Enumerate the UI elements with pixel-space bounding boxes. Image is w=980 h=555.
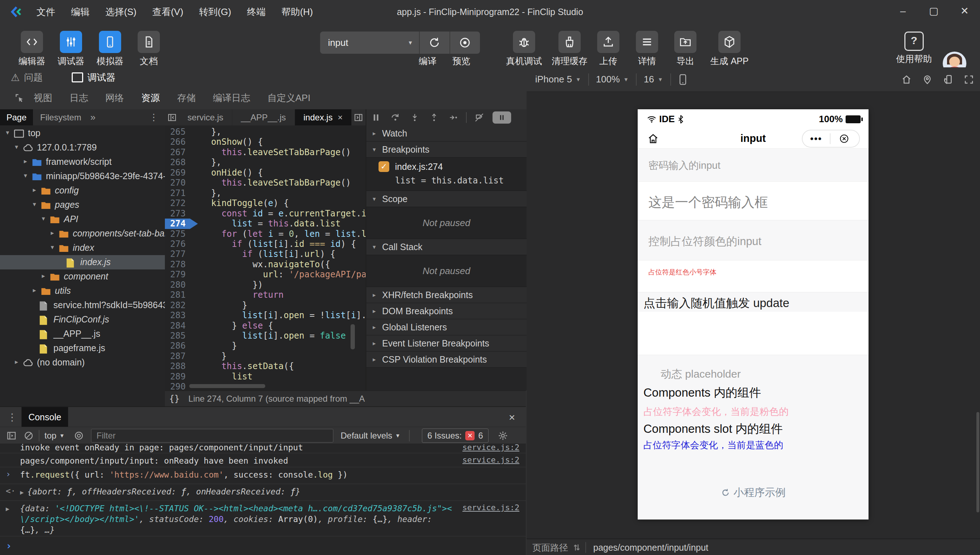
zoom-select[interactable]: 100%▼ bbox=[593, 74, 632, 85]
line-number[interactable]: 284 bbox=[165, 321, 186, 331]
line-number[interactable]: 281 bbox=[165, 290, 186, 300]
issues-chip[interactable]: 6 Issues: ✕ 6 bbox=[422, 428, 488, 443]
home-icon[interactable] bbox=[901, 74, 912, 85]
context-selector[interactable]: top bbox=[45, 431, 56, 441]
menu-item-转到(G)[interactable]: 转到(G) bbox=[191, 0, 239, 24]
subtab-存储[interactable]: 存储 bbox=[169, 92, 204, 104]
minimize-button[interactable]: – bbox=[887, 0, 918, 24]
step-over-icon[interactable] bbox=[386, 112, 405, 122]
panel-left-icon[interactable] bbox=[165, 109, 179, 125]
phone-simulator[interactable]: IDE 100% input ••• bbox=[638, 109, 869, 519]
tree-item-FinClipConf.js[interactable]: FinClipConf.js bbox=[0, 313, 165, 327]
menu-item-帮助(H)[interactable]: 帮助(H) bbox=[273, 0, 321, 24]
subtab-资源[interactable]: 资源 bbox=[133, 92, 169, 104]
line-number[interactable]: 268 bbox=[165, 157, 186, 167]
line-number[interactable]: 279 bbox=[165, 269, 186, 279]
deactivate-breakpoints-icon[interactable] bbox=[469, 112, 489, 122]
section-Watch[interactable]: ▸Watch bbox=[366, 125, 527, 141]
editor-tab-index.js[interactable]: index.js× bbox=[295, 109, 352, 125]
tree-item-pages[interactable]: ▾pages bbox=[0, 198, 165, 212]
expand-arrow-icon[interactable]: ▶ bbox=[6, 505, 9, 512]
source-link[interactable]: service.js:2 bbox=[463, 444, 519, 452]
console-messages[interactable]: invoke event onReady in page: pages/comp… bbox=[0, 444, 526, 555]
line-number[interactable]: 286 bbox=[165, 341, 186, 351]
line-number[interactable]: 287 bbox=[165, 351, 186, 361]
console-prompt-icon[interactable]: › bbox=[6, 540, 12, 552]
filter-input[interactable]: Filter bbox=[91, 429, 333, 443]
subtab-自定义API[interactable]: 自定义API bbox=[259, 92, 319, 104]
tab-problems[interactable]: ⚠ 问题 bbox=[11, 67, 43, 87]
section-CSP Violation Breakpoints[interactable]: ▸CSP Violation Breakpoints bbox=[366, 351, 527, 367]
section-DOM Breakpoints[interactable]: ▸DOM Breakpoints bbox=[366, 303, 527, 319]
line-number[interactable]: 288 bbox=[165, 361, 186, 371]
line-number[interactable]: 278 bbox=[165, 260, 186, 269]
clear-console-icon[interactable] bbox=[24, 431, 34, 441]
dynamic-placeholder-input[interactable]: 动态 placeholder bbox=[660, 367, 741, 382]
line-number[interactable]: 273 bbox=[165, 209, 186, 218]
action-生成 APP[interactable]: 生成 APP bbox=[701, 31, 758, 67]
miniprogram-demo-link[interactable]: 小程序示例 bbox=[638, 486, 869, 500]
panel-right-icon[interactable] bbox=[352, 109, 366, 125]
editor-hscrollbar[interactable] bbox=[189, 384, 265, 388]
inspect-cursor-icon[interactable] bbox=[14, 93, 25, 104]
chevron-down-icon[interactable]: ▾ bbox=[31, 200, 39, 208]
device-frame-icon[interactable] bbox=[675, 74, 691, 85]
chevron-right-icon[interactable]: ▸ bbox=[21, 157, 29, 165]
pause-on-exceptions-icon[interactable] bbox=[493, 111, 511, 124]
line-number[interactable]: 265 bbox=[165, 127, 186, 137]
chevron-down-icon[interactable]: ▾ bbox=[39, 215, 47, 223]
console-row-prompt[interactable]: › bbox=[0, 536, 526, 555]
tree-item-service.html?sdkId=5b98643[interactable]: service.html?sdkId=5b98643 bbox=[0, 298, 165, 313]
step-into-icon[interactable] bbox=[405, 113, 424, 122]
subtab-编译日志[interactable]: 编译日志 bbox=[204, 92, 259, 104]
line-number[interactable]: 280 bbox=[165, 280, 186, 290]
step-out-icon[interactable] bbox=[424, 113, 444, 122]
breakpoint-entry[interactable]: ✓index.js:274list = this.data.list bbox=[366, 158, 527, 191]
tree-item-(no domain)[interactable]: ▸(no domain) bbox=[0, 355, 165, 370]
close-tab-icon[interactable]: × bbox=[337, 112, 343, 122]
breakpoint-checkbox[interactable]: ✓ bbox=[379, 161, 389, 172]
editor-tab-__APP__.js[interactable]: __APP__.js bbox=[232, 109, 295, 125]
red-placeholder-input[interactable]: 占位符是红色小号字体 bbox=[648, 268, 717, 277]
line-number[interactable]: 271 bbox=[165, 188, 186, 198]
tab-filesystem[interactable]: Filesystem bbox=[36, 109, 86, 125]
line-number[interactable]: 272 bbox=[165, 198, 186, 208]
menu-item-文件[interactable]: 文件 bbox=[29, 0, 63, 24]
close-miniapp-button[interactable] bbox=[831, 134, 858, 144]
editor-tab-service.js[interactable]: service.js bbox=[179, 109, 232, 125]
line-number[interactable]: 285 bbox=[165, 331, 186, 341]
step-icon[interactable] bbox=[444, 113, 463, 122]
tab-debugger[interactable]: 调试器 bbox=[72, 67, 116, 87]
gear-icon[interactable] bbox=[498, 431, 508, 441]
close-console-icon[interactable]: × bbox=[509, 407, 515, 427]
chevron-down-icon[interactable]: ▾ bbox=[3, 128, 11, 136]
chevron-down-icon[interactable]: ▾ bbox=[48, 243, 56, 251]
tree-item-index.js[interactable]: index.js bbox=[0, 255, 165, 269]
chevron-right-icon[interactable]: ▸ bbox=[39, 272, 47, 280]
tree-item-pageframe.js[interactable]: pageframe.js bbox=[0, 341, 165, 355]
chevron-right-icon[interactable]: ▸ bbox=[31, 186, 39, 194]
blue-placeholder-input[interactable]: 占位符字体会变化，当前是蓝色的 bbox=[643, 439, 783, 451]
source-link[interactable]: service.js:2 bbox=[463, 456, 519, 464]
line-number[interactable]: 282 bbox=[165, 300, 186, 310]
menu-item-查看(V)[interactable]: 查看(V) bbox=[145, 0, 191, 24]
tree-item-index[interactable]: ▾index bbox=[0, 241, 165, 255]
pause-icon[interactable] bbox=[366, 113, 386, 122]
section-Breakpoints[interactable]: ▾Breakpoints bbox=[366, 141, 527, 158]
line-number[interactable]: 270 bbox=[165, 178, 186, 188]
more-tabs-icon[interactable]: » bbox=[90, 109, 95, 125]
password-input[interactable]: 这是一个密码输入框 bbox=[648, 194, 768, 212]
fontsize-select[interactable]: 16▼ bbox=[640, 74, 667, 85]
tree-item-config[interactable]: ▸config bbox=[0, 183, 165, 198]
compile-button[interactable] bbox=[420, 32, 450, 54]
tree-item-framework/script[interactable]: ▸framework/script bbox=[0, 155, 165, 169]
line-number[interactable]: 283 bbox=[165, 310, 186, 320]
eye-icon[interactable] bbox=[74, 431, 84, 441]
fullscreen-icon[interactable] bbox=[964, 74, 974, 85]
section-Global Listeners[interactable]: ▸Global Listeners bbox=[366, 319, 527, 335]
kebab-menu-icon[interactable]: ⋮ bbox=[7, 407, 17, 427]
levels-dropdown[interactable]: Default levels bbox=[341, 431, 392, 441]
section-Scope[interactable]: ▾Scope bbox=[366, 191, 527, 207]
mode-编辑器[interactable]: 编辑器 bbox=[12, 31, 51, 67]
menu-item-终端[interactable]: 终端 bbox=[239, 0, 273, 24]
